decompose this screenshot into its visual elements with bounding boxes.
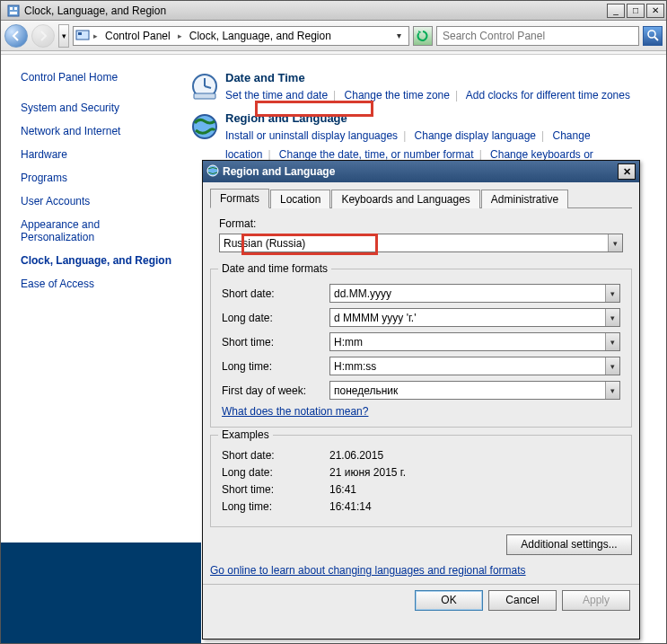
address-dropdown[interactable]: ▾ [391,28,407,44]
maximize-button[interactable]: □ [627,4,645,18]
online-help-link[interactable]: Go online to learn about changing langua… [210,564,526,577]
search-input[interactable] [441,29,635,43]
sidebar-item-programs[interactable]: Programs [21,172,173,184]
svg-rect-0 [8,5,19,16]
notation-link[interactable]: What does the notation mean? [222,405,368,418]
ex-long-time-value: 16:41:14 [329,500,372,513]
link-install-langs[interactable]: Install or uninstall display languages [225,129,398,142]
ex-short-time-label: Short time: [222,483,329,496]
window-title: Clock, Language, and Region [24,4,166,17]
close-button[interactable]: ✕ [646,4,664,18]
apply-button[interactable]: Apply [562,590,630,611]
group-examples: Examples [218,428,273,441]
first-day-combo[interactable]: понедельник▾ [329,381,620,400]
sidebar-item-clock-lang-region[interactable]: Clock, Language, and Region [21,254,173,267]
breadcrumb-sep[interactable]: ▸ [176,31,184,40]
address-bar[interactable]: ▸ Control Panel ▸ Clock, Language, and R… [73,26,409,46]
sidebar-footer-area [1,543,201,643]
long-time-value: H:mm:ss [334,360,376,373]
long-date-value: d MMMM yyyy 'г.' [334,312,417,324]
format-combo[interactable]: Russian (Russia) ▾ [219,234,623,252]
forward-button[interactable] [31,24,55,48]
folder-icon [75,28,90,43]
refresh-button[interactable] [413,26,433,46]
search-button[interactable] [643,26,663,46]
window-titlebar: Clock, Language, and Region _ □ ✕ [1,1,666,21]
sidebar-home[interactable]: Control Panel Home [21,71,173,84]
svg-rect-1 [10,7,13,10]
format-value: Russian (Russia) [224,237,305,250]
minimize-button[interactable]: _ [607,4,625,18]
link-change-timezone[interactable]: Change the time zone [345,89,450,101]
breadcrumb-clock-lang-region[interactable]: Clock, Language, and Region [186,30,335,42]
cancel-button[interactable]: Cancel [488,590,557,611]
ex-short-date-value: 21.06.2015 [329,449,383,462]
svg-point-6 [648,31,655,38]
short-time-label: Short time: [222,336,329,348]
dialog-close-button[interactable]: ✕ [618,163,636,180]
breadcrumb-sep[interactable]: ▸ [92,31,100,40]
short-date-label: Short date: [222,287,329,300]
svg-rect-5 [78,32,82,35]
svg-rect-2 [14,7,17,10]
nav-history-dropdown[interactable]: ▾ [58,24,69,48]
tab-administrative[interactable]: Administrative [481,190,568,208]
short-date-combo[interactable]: dd.MM.yyyy▾ [329,284,620,303]
svg-point-13 [207,165,218,176]
first-day-value: понедельник [334,384,398,397]
tab-location[interactable]: Location [270,190,330,208]
sidebar-item-hardware[interactable]: Hardware [21,148,173,161]
ex-short-date-label: Short date: [222,449,329,462]
category-region-language[interactable]: Region and Language [225,111,611,125]
clock-icon [189,71,220,101]
region-language-dialog: Region and Language ✕ Formats Location K… [202,160,640,640]
nav-toolbar: ▾ ▸ Control Panel ▸ Clock, Language, and… [1,21,666,51]
svg-line-7 [654,37,658,40]
link-change-display-lang[interactable]: Change display language [415,129,536,142]
first-day-label: First day of week: [222,384,329,397]
search-box[interactable] [436,26,639,46]
category-date-time[interactable]: Date and Time [225,71,630,84]
svg-point-12 [193,115,216,138]
chevron-down-icon: ▾ [605,285,619,302]
ex-long-date-label: Long date: [222,466,329,479]
sidebar-item-appearance[interactable]: Appearance and Personalization [21,218,173,243]
ok-button[interactable]: OK [415,590,483,611]
svg-rect-11 [194,93,215,99]
chevron-down-icon: ▾ [608,234,622,251]
long-date-label: Long date: [222,312,329,324]
long-date-combo[interactable]: d MMMM yyyy 'г.'▾ [329,308,620,327]
long-time-combo[interactable]: H:mm:ss▾ [329,357,620,375]
chevron-down-icon: ▾ [605,309,619,326]
sidebar-item-ease[interactable]: Ease of Access [21,278,173,290]
short-time-combo[interactable]: H:mm▾ [329,332,620,351]
sidebar-item-accounts[interactable]: User Accounts [21,195,173,207]
link-change-format[interactable]: Change the date, time, or number format [279,148,474,161]
long-time-label: Long time: [222,360,329,373]
ex-long-date-value: 21 июня 2015 г. [329,466,406,479]
dialog-title: Region and Language [223,165,335,178]
back-button[interactable] [4,24,28,48]
short-date-value: dd.MM.yyyy [334,287,391,300]
format-label: Format: [219,217,632,230]
sidebar-item-network[interactable]: Network and Internet [21,125,173,137]
ex-short-time-value: 16:41 [329,483,356,496]
link-set-time-date[interactable]: Set the time and date [225,89,328,101]
sidebar-item-system[interactable]: System and Security [21,101,173,114]
short-time-value: H:mm [334,336,363,348]
ex-long-time-label: Long time: [222,500,329,513]
control-panel-icon [6,4,21,18]
breadcrumb-control-panel[interactable]: Control Panel [101,30,174,42]
dialog-titlebar[interactable]: Region and Language ✕ [203,161,639,182]
globe-icon [189,111,220,142]
chevron-down-icon: ▾ [605,382,619,399]
chevron-down-icon: ▾ [605,333,619,350]
tab-keyboards-languages[interactable]: Keyboards and Languages [331,190,479,208]
link-add-clocks[interactable]: Add clocks for different time zones [466,89,630,101]
additional-settings-button[interactable]: Additional settings... [506,534,632,555]
chevron-down-icon: ▾ [605,357,619,375]
group-date-time-formats: Date and time formats [218,262,331,275]
svg-rect-3 [10,12,17,14]
tab-formats[interactable]: Formats [210,189,269,208]
tab-bar: Formats Location Keyboards and Languages… [210,188,632,208]
